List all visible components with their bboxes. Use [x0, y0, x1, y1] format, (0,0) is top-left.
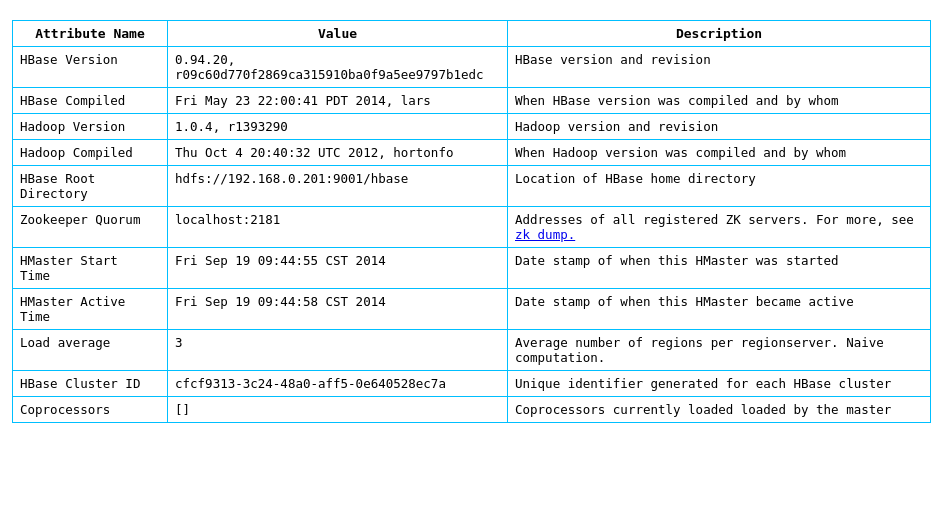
cell-attribute-value: Fri Sep 19 09:44:58 CST 2014 [168, 289, 508, 330]
cell-attribute-description: Addresses of all registered ZK servers. … [508, 207, 931, 248]
table-row: Hadoop Version1.0.4, r1393290Hadoop vers… [13, 114, 931, 140]
cell-attribute-name: Load average [13, 330, 168, 371]
cell-attribute-value: 3 [168, 330, 508, 371]
cell-attribute-value: hdfs://192.168.0.201:9001/hbase [168, 166, 508, 207]
cell-attribute-description: Date stamp of when this HMaster became a… [508, 289, 931, 330]
cell-attribute-description: Date stamp of when this HMaster was star… [508, 248, 931, 289]
table-row: HBase Version0.94.20, r09c60d770f2869ca3… [13, 47, 931, 88]
cell-attribute-description: When HBase version was compiled and by w… [508, 88, 931, 114]
table-row: Zookeeper Quorumlocalhost:2181Addresses … [13, 207, 931, 248]
table-header-row: Attribute Name Value Description [13, 21, 931, 47]
cell-attribute-name: HBase Cluster ID [13, 371, 168, 397]
col-header-desc: Description [508, 21, 931, 47]
col-header-name: Attribute Name [13, 21, 168, 47]
col-header-value: Value [168, 21, 508, 47]
table-row: Coprocessors[]Coprocessors currently loa… [13, 397, 931, 423]
cell-attribute-value: 0.94.20, r09c60d770f2869ca315910ba0f9a5e… [168, 47, 508, 88]
cell-attribute-name: Hadoop Compiled [13, 140, 168, 166]
table-row: Hadoop CompiledThu Oct 4 20:40:32 UTC 20… [13, 140, 931, 166]
cell-attribute-name: Coprocessors [13, 397, 168, 423]
cell-attribute-name: HBase Compiled [13, 88, 168, 114]
cell-attribute-value: Fri Sep 19 09:44:55 CST 2014 [168, 248, 508, 289]
cell-attribute-description: Coprocessors currently loaded loaded by … [508, 397, 931, 423]
cell-attribute-value: Fri May 23 22:00:41 PDT 2014, lars [168, 88, 508, 114]
cell-attribute-description: Unique identifier generated for each HBa… [508, 371, 931, 397]
cell-attribute-description: Average number of regions per regionserv… [508, 330, 931, 371]
cell-attribute-value: cfcf9313-3c24-48a0-aff5-0e640528ec7a [168, 371, 508, 397]
description-text: Addresses of all registered ZK servers. … [515, 212, 914, 227]
table-row: HBase Root Directoryhdfs://192.168.0.201… [13, 166, 931, 207]
cell-attribute-description: Location of HBase home directory [508, 166, 931, 207]
cell-attribute-value: localhost:2181 [168, 207, 508, 248]
table-row: HBase CompiledFri May 23 22:00:41 PDT 20… [13, 88, 931, 114]
cell-attribute-name: HMaster Active Time [13, 289, 168, 330]
cell-attribute-value: 1.0.4, r1393290 [168, 114, 508, 140]
cell-attribute-name: Hadoop Version [13, 114, 168, 140]
table-row: HMaster Start TimeFri Sep 19 09:44:55 CS… [13, 248, 931, 289]
cell-attribute-description: When Hadoop version was compiled and by … [508, 140, 931, 166]
attributes-table: Attribute Name Value Description HBase V… [12, 20, 931, 423]
cell-attribute-value: Thu Oct 4 20:40:32 UTC 2012, hortonfo [168, 140, 508, 166]
table-row: Load average3Average number of regions p… [13, 330, 931, 371]
cell-attribute-description: Hadoop version and revision [508, 114, 931, 140]
table-row: HMaster Active TimeFri Sep 19 09:44:58 C… [13, 289, 931, 330]
cell-attribute-name: Zookeeper Quorum [13, 207, 168, 248]
cell-attribute-name: HBase Version [13, 47, 168, 88]
cell-attribute-name: HMaster Start Time [13, 248, 168, 289]
zk-dump-link[interactable]: zk dump. [515, 227, 575, 242]
cell-attribute-value: [] [168, 397, 508, 423]
cell-attribute-description: HBase version and revision [508, 47, 931, 88]
cell-attribute-name: HBase Root Directory [13, 166, 168, 207]
table-row: HBase Cluster IDcfcf9313-3c24-48a0-aff5-… [13, 371, 931, 397]
